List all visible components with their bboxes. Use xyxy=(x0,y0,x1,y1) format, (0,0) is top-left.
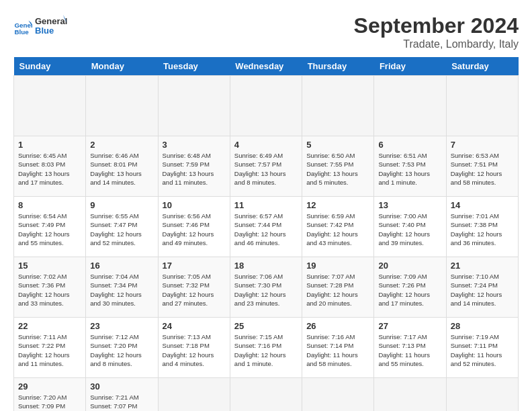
table-row: 7Sunrise: 6:53 AMSunset: 7:51 PMDaylight… xyxy=(446,136,518,197)
col-sunday: Sunday xyxy=(14,57,86,76)
day-number: 25 xyxy=(234,321,298,331)
calendar-row: 1Sunrise: 6:45 AMSunset: 8:03 PMDaylight… xyxy=(14,136,519,197)
day-number: 6 xyxy=(378,140,441,150)
day-number: 16 xyxy=(90,261,153,271)
table-row xyxy=(14,76,86,136)
day-info: Sunrise: 6:54 AMSunset: 7:49 PMDaylight:… xyxy=(18,212,81,247)
day-number: 23 xyxy=(90,321,153,331)
table-row: 16Sunrise: 7:04 AMSunset: 7:34 PMDayligh… xyxy=(86,257,158,318)
table-row: 8Sunrise: 6:54 AMSunset: 7:49 PMDaylight… xyxy=(14,197,86,257)
table-row: 4Sunrise: 6:49 AMSunset: 7:57 PMDaylight… xyxy=(230,136,302,197)
table-row: 2Sunrise: 6:46 AMSunset: 8:01 PMDaylight… xyxy=(86,136,158,197)
col-friday: Friday xyxy=(374,57,446,76)
col-saturday: Saturday xyxy=(446,57,518,76)
day-number: 4 xyxy=(234,140,298,150)
day-number: 24 xyxy=(163,321,226,331)
calendar-table: Sunday Monday Tuesday Wednesday Thursday… xyxy=(13,57,519,411)
header-row: Sunday Monday Tuesday Wednesday Thursday… xyxy=(14,57,519,76)
day-info: Sunrise: 7:12 AMSunset: 7:20 PMDaylight:… xyxy=(90,332,153,368)
table-row: 20Sunrise: 7:09 AMSunset: 7:26 PMDayligh… xyxy=(374,257,446,318)
calendar-row: 29Sunrise: 7:20 AMSunset: 7:09 PMDayligh… xyxy=(14,378,519,412)
table-row: 18Sunrise: 7:06 AMSunset: 7:30 PMDayligh… xyxy=(230,257,302,318)
table-row: 26Sunrise: 7:16 AMSunset: 7:14 PMDayligh… xyxy=(302,318,374,378)
table-row: 10Sunrise: 6:56 AMSunset: 7:46 PMDayligh… xyxy=(158,197,230,257)
table-row xyxy=(302,378,374,412)
day-info: Sunrise: 6:56 AMSunset: 7:46 PMDaylight:… xyxy=(163,212,226,247)
day-info: Sunrise: 6:48 AMSunset: 7:59 PMDaylight:… xyxy=(163,151,226,187)
day-info: Sunrise: 7:09 AMSunset: 7:26 PMDaylight:… xyxy=(378,272,441,308)
day-info: Sunrise: 7:13 AMSunset: 7:18 PMDaylight:… xyxy=(163,332,226,368)
day-info: Sunrise: 6:53 AMSunset: 7:51 PMDaylight:… xyxy=(451,151,514,187)
calendar-row xyxy=(14,76,519,136)
day-number: 2 xyxy=(90,140,153,150)
day-number: 13 xyxy=(378,200,441,210)
calendar-row: 8Sunrise: 6:54 AMSunset: 7:49 PMDaylight… xyxy=(14,197,519,257)
table-row: 14Sunrise: 7:01 AMSunset: 7:38 PMDayligh… xyxy=(446,197,518,257)
table-row xyxy=(230,378,302,412)
day-info: Sunrise: 7:04 AMSunset: 7:34 PMDaylight:… xyxy=(90,272,153,308)
table-row: 28Sunrise: 7:19 AMSunset: 7:11 PMDayligh… xyxy=(446,318,518,378)
day-number: 11 xyxy=(234,200,298,210)
day-info: Sunrise: 7:02 AMSunset: 7:36 PMDaylight:… xyxy=(18,272,81,308)
table-row: 23Sunrise: 7:12 AMSunset: 7:20 PMDayligh… xyxy=(86,318,158,378)
day-info: Sunrise: 6:51 AMSunset: 7:53 PMDaylight:… xyxy=(378,151,441,187)
day-number: 8 xyxy=(18,200,81,210)
day-number: 26 xyxy=(306,321,369,331)
day-info: Sunrise: 7:15 AMSunset: 7:16 PMDaylight:… xyxy=(234,332,298,368)
day-info: Sunrise: 6:55 AMSunset: 7:47 PMDaylight:… xyxy=(90,212,153,247)
day-info: Sunrise: 6:49 AMSunset: 7:57 PMDaylight:… xyxy=(234,151,298,187)
table-row: 11Sunrise: 6:57 AMSunset: 7:44 PMDayligh… xyxy=(230,197,302,257)
day-info: Sunrise: 7:10 AMSunset: 7:24 PMDaylight:… xyxy=(451,272,514,308)
logo: General Blue General Blue xyxy=(13,13,67,42)
day-info: Sunrise: 7:17 AMSunset: 7:13 PMDaylight:… xyxy=(378,332,441,368)
day-info: Sunrise: 7:01 AMSunset: 7:38 PMDaylight:… xyxy=(451,212,514,247)
day-number: 9 xyxy=(90,200,153,210)
table-row: 6Sunrise: 6:51 AMSunset: 7:53 PMDaylight… xyxy=(374,136,446,197)
table-row xyxy=(374,378,446,412)
day-number: 21 xyxy=(451,261,514,271)
title-section: September 2024 Tradate, Lombardy, Italy xyxy=(354,13,519,50)
day-info: Sunrise: 6:59 AMSunset: 7:42 PMDaylight:… xyxy=(306,212,369,247)
day-info: Sunrise: 6:50 AMSunset: 7:55 PMDaylight:… xyxy=(306,151,369,187)
day-number: 15 xyxy=(18,261,81,271)
col-wednesday: Wednesday xyxy=(230,57,302,76)
table-row: 27Sunrise: 7:17 AMSunset: 7:13 PMDayligh… xyxy=(374,318,446,378)
day-number: 5 xyxy=(306,140,369,150)
table-row: 15Sunrise: 7:02 AMSunset: 7:36 PMDayligh… xyxy=(14,257,86,318)
svg-text:Blue: Blue xyxy=(14,28,29,36)
table-row: 22Sunrise: 7:11 AMSunset: 7:22 PMDayligh… xyxy=(14,318,86,378)
day-info: Sunrise: 6:57 AMSunset: 7:44 PMDaylight:… xyxy=(234,212,298,247)
day-info: Sunrise: 7:11 AMSunset: 7:22 PMDaylight:… xyxy=(18,332,81,368)
day-number: 18 xyxy=(234,261,298,271)
day-info: Sunrise: 7:00 AMSunset: 7:40 PMDaylight:… xyxy=(378,212,441,247)
day-info: Sunrise: 6:45 AMSunset: 8:03 PMDaylight:… xyxy=(18,151,81,187)
day-number: 14 xyxy=(451,200,514,210)
day-number: 19 xyxy=(306,261,369,271)
svg-text:Blue: Blue xyxy=(35,26,54,36)
table-row: 9Sunrise: 6:55 AMSunset: 7:47 PMDaylight… xyxy=(86,197,158,257)
table-row xyxy=(446,76,518,136)
table-row xyxy=(158,76,230,136)
day-number: 17 xyxy=(163,261,226,271)
col-tuesday: Tuesday xyxy=(158,57,230,76)
table-row xyxy=(446,378,518,412)
day-info: Sunrise: 7:06 AMSunset: 7:30 PMDaylight:… xyxy=(234,272,298,308)
table-row: 29Sunrise: 7:20 AMSunset: 7:09 PMDayligh… xyxy=(14,378,86,412)
day-info: Sunrise: 7:19 AMSunset: 7:11 PMDaylight:… xyxy=(451,332,514,368)
header: General Blue General Blue September 2024… xyxy=(13,13,519,50)
col-monday: Monday xyxy=(86,57,158,76)
table-row xyxy=(230,76,302,136)
day-info: Sunrise: 7:16 AMSunset: 7:14 PMDaylight:… xyxy=(306,332,369,368)
calendar-row: 22Sunrise: 7:11 AMSunset: 7:22 PMDayligh… xyxy=(14,318,519,378)
day-number: 29 xyxy=(18,381,81,392)
table-row: 3Sunrise: 6:48 AMSunset: 7:59 PMDaylight… xyxy=(158,136,230,197)
table-row: 5Sunrise: 6:50 AMSunset: 7:55 PMDaylight… xyxy=(302,136,374,197)
calendar-row: 15Sunrise: 7:02 AMSunset: 7:36 PMDayligh… xyxy=(14,257,519,318)
table-row: 25Sunrise: 7:15 AMSunset: 7:16 PMDayligh… xyxy=(230,318,302,378)
table-row: 21Sunrise: 7:10 AMSunset: 7:24 PMDayligh… xyxy=(446,257,518,318)
day-number: 22 xyxy=(18,321,81,331)
day-number: 7 xyxy=(451,140,514,150)
table-row: 1Sunrise: 6:45 AMSunset: 8:03 PMDaylight… xyxy=(14,136,86,197)
month-title: September 2024 xyxy=(354,13,519,38)
day-info: Sunrise: 7:05 AMSunset: 7:32 PMDaylight:… xyxy=(163,272,226,308)
